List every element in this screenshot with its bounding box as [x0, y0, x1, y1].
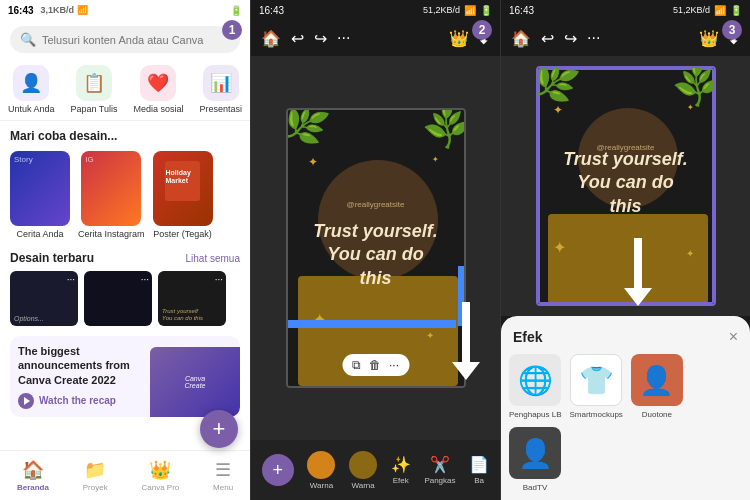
- bottom-nav-menu[interactable]: ☰ Menu: [213, 459, 233, 492]
- swatch-orange[interactable]: [307, 451, 335, 479]
- panel-number-1: 1: [222, 20, 242, 40]
- tab-untuk-anda[interactable]: 👤 Untuk Anda: [8, 65, 55, 114]
- username-3: @reallygreatsite: [538, 143, 714, 152]
- design-card-cerita[interactable]: Story Cerita Anda: [10, 151, 70, 239]
- bottom-label-menu: Menu: [213, 483, 233, 492]
- tab-icon-papan-tulis: 📋: [76, 65, 112, 101]
- time-3: 16:43: [509, 5, 534, 16]
- recent-grid: ··· Options... ··· ··· Trust yourselfYou…: [0, 269, 250, 332]
- battery-2: 🔋: [480, 5, 492, 16]
- design-card-poster[interactable]: HolidayMarket Poster (Tegak): [153, 151, 213, 239]
- see-all-button[interactable]: Lihat semua: [186, 253, 240, 264]
- toolbar-left-3: 🏠 ↩ ↪ ···: [511, 29, 600, 48]
- effect-badtv[interactable]: 👤 BadTV: [509, 427, 561, 492]
- more-dots-icon[interactable]: ···: [389, 358, 399, 372]
- battery-3: 🔋: [730, 5, 742, 16]
- effects-grid: 🌐 Penghapus LB 👕 Smartmockups 👤 Duotone: [509, 354, 742, 492]
- fab-button[interactable]: +: [200, 410, 238, 448]
- text-line2-3: You can do: [577, 172, 673, 192]
- effect-label-duotone: Duotone: [642, 410, 672, 419]
- arrow-down-2: [452, 302, 480, 380]
- menu-icon: ☰: [215, 459, 231, 481]
- tool-pangkas[interactable]: ✂️ Pangkas: [424, 455, 455, 485]
- undo-icon[interactable]: ↩: [291, 29, 304, 48]
- announcement-image: CanvaCreate: [150, 347, 240, 417]
- search-input[interactable]: [42, 34, 230, 46]
- selection-handle-bottom[interactable]: [288, 320, 456, 328]
- arrow-shaft: [462, 302, 470, 362]
- crown-icon-2[interactable]: 👑: [449, 29, 469, 48]
- design-card-img-instagram: IG: [81, 151, 141, 226]
- battery-1: 🔋: [230, 5, 242, 16]
- tab-media-sosial[interactable]: ❤️ Media sosial: [133, 65, 183, 114]
- tool-ba[interactable]: 📄 Ba: [469, 455, 489, 485]
- undo-icon-3[interactable]: ↩: [541, 29, 554, 48]
- toolbar-left-2: 🏠 ↩ ↪ ···: [261, 29, 350, 48]
- bottom-nav-proyek[interactable]: 📁 Proyek: [83, 459, 108, 492]
- crown-icon-3[interactable]: 👑: [699, 29, 719, 48]
- nav-tabs: 👤 Untuk Anda 📋 Papan Tulis ❤️ Media sosi…: [0, 59, 250, 121]
- more-icon-3[interactable]: ···: [587, 29, 600, 47]
- canvas-mini-toolbar: ⧉ 🗑 ···: [342, 354, 409, 376]
- more-icon[interactable]: ···: [337, 29, 350, 47]
- recent-dots-2[interactable]: ···: [141, 274, 149, 285]
- redo-icon-3[interactable]: ↪: [564, 29, 577, 48]
- text-line3-2: this: [359, 268, 391, 288]
- redo-icon[interactable]: ↪: [314, 29, 327, 48]
- effect-duotone[interactable]: 👤 Duotone: [631, 354, 683, 419]
- star-3-3: ✦: [553, 238, 566, 257]
- effect-penghapus[interactable]: 🌐 Penghapus LB: [509, 354, 562, 419]
- tab-papan-tulis[interactable]: 📋 Papan Tulis: [70, 65, 117, 114]
- tab-presentasi[interactable]: 📊 Presentasi: [199, 65, 242, 114]
- p2-fab[interactable]: +: [262, 454, 294, 486]
- tool-warna1[interactable]: Warna: [307, 451, 335, 490]
- trash-icon[interactable]: 🗑: [369, 358, 381, 372]
- time-2: 16:43: [259, 5, 284, 16]
- recent-item-2[interactable]: ···: [84, 271, 152, 326]
- tool-efek[interactable]: ✨ Efek: [391, 455, 411, 485]
- tool-label-pangkas: Pangkas: [424, 476, 455, 485]
- bottom-nav-beranda[interactable]: 🏠 Beranda: [17, 459, 49, 492]
- home-toolbar-icon[interactable]: 🏠: [261, 29, 281, 48]
- announcement: The biggest announcements from Canva Cre…: [10, 336, 240, 417]
- tool-label-ba: Ba: [474, 476, 484, 485]
- design-card-label-cerita: Cerita Anda: [16, 229, 63, 239]
- design-card-label-poster: Poster (Tegak): [153, 229, 212, 239]
- home-icon: 🏠: [22, 459, 44, 481]
- status-bar-1: 16:43 3,1KB/d 📶 🔋: [0, 0, 250, 20]
- design-card-img-poster: HolidayMarket: [153, 151, 213, 226]
- recent-dots-1[interactable]: ···: [67, 274, 75, 285]
- effects-close-button[interactable]: ×: [729, 328, 738, 346]
- effect-label-penghapus: Penghapus LB: [509, 410, 562, 419]
- recent-item-1[interactable]: ··· Options...: [10, 271, 78, 326]
- bottom-nav-canvapro[interactable]: 👑 Canva Pro: [141, 459, 179, 492]
- data-1: 3,1KB/d: [41, 5, 75, 15]
- tool-warna2[interactable]: Warna: [349, 451, 377, 490]
- panel-1: 16:43 3,1KB/d 📶 🔋 🔍 👤 Untuk Anda 📋 Papan…: [0, 0, 250, 500]
- star-1-3: ✦: [553, 103, 563, 117]
- design-card-img-cerita: Story: [10, 151, 70, 226]
- design-card-instagram[interactable]: IG Cerita Instagram: [78, 151, 145, 239]
- copy-icon[interactable]: ⧉: [352, 358, 361, 372]
- recent-dots-3[interactable]: ···: [215, 274, 223, 285]
- tab-icon-media-sosial: ❤️: [140, 65, 176, 101]
- status-icons-3: 51,2KB/d 📶 🔋: [673, 5, 742, 16]
- bottom-label-canvapro: Canva Pro: [141, 483, 179, 492]
- bottom-nav: 🏠 Beranda 📁 Proyek 👑 Canva Pro ☰ Menu: [0, 450, 250, 500]
- swatch-brown[interactable]: [349, 451, 377, 479]
- crown-nav-icon: 👑: [149, 459, 171, 481]
- announcement-title: The biggest announcements from Canva Cre…: [18, 344, 158, 387]
- effect-smartmockups[interactable]: 👕 Smartmockups: [570, 354, 623, 419]
- star-4-3: ✦: [686, 248, 694, 259]
- arrow-head: [452, 362, 480, 380]
- design-card-label-instagram: Cerita Instagram: [78, 229, 145, 239]
- panel-2: 16:43 51,2KB/d 📶 🔋 🏠 ↩ ↪ ··· 👑 ⬇ 2 🌿 🌿: [250, 0, 500, 500]
- design-canvas-2[interactable]: 🌿 🌿 ✦ ✦ ✦ ✦ @reallygreatsite Trust yours…: [286, 108, 466, 388]
- effects-panel: Efek × 🌐 Penghapus LB 👕 Smartmockups: [501, 316, 750, 500]
- play-button[interactable]: [18, 393, 34, 409]
- text-line2-2: You can do: [327, 244, 423, 264]
- home-toolbar-icon-3[interactable]: 🏠: [511, 29, 531, 48]
- search-bar[interactable]: 🔍: [10, 26, 240, 53]
- wifi-icon-2: 📶: [464, 5, 476, 16]
- recent-item-3[interactable]: ··· Trust yourselfYou can do this: [158, 271, 226, 326]
